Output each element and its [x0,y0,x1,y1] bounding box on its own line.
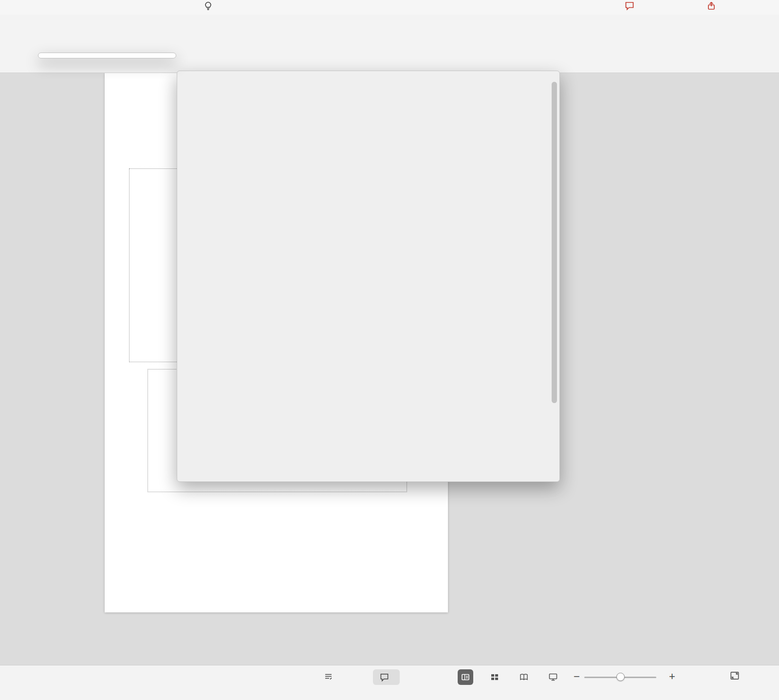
normal-view-button[interactable] [458,669,473,685]
comments-button[interactable] [625,1,637,11]
gallery-scrollbar-thumb[interactable] [552,82,557,403]
gallery-scrollbar[interactable] [552,75,557,479]
slideshow-button[interactable] [545,669,561,685]
zoom-slider[interactable] [584,672,656,682]
slide-sorter-icon [490,672,500,682]
zoom-in-button[interactable]: + [669,670,675,683]
reading-view-icon [519,672,529,682]
reading-view-button[interactable] [516,669,532,685]
status-bar: − + [0,665,779,700]
notes-icon [324,672,333,681]
menubar-item-tell-me[interactable] [204,1,216,11]
smartart-menu [38,53,176,58]
notes-button[interactable] [324,672,336,681]
slideshow-icon [548,672,558,682]
ribbon [0,15,779,73]
share-icon [707,1,717,11]
comment-bubble-icon [625,1,634,11]
zoom-out-button[interactable]: − [574,670,580,683]
smartart-gallery [177,71,560,482]
lightbulb-icon [204,1,213,11]
menu-bar [0,0,779,15]
normal-view-icon [461,672,470,682]
slide-sorter-view-button[interactable] [487,669,502,685]
fit-to-window-button[interactable] [729,670,740,683]
zoom-slider-knob[interactable] [616,673,625,681]
statusbar-comments-button[interactable] [373,669,400,685]
share-button[interactable] [707,1,720,11]
fit-to-window-icon [729,670,740,681]
comment-bubble-icon [380,673,389,682]
